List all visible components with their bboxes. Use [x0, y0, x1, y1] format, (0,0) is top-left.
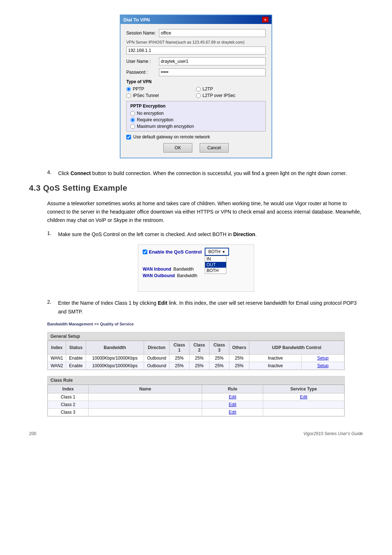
session-name-label: Session Name: [126, 31, 159, 36]
wan-inbound-label: WAN Inbound [143, 267, 171, 272]
table-row: WAN1 Enable 10000Kbps/10000Kbps Outbound… [48, 354, 344, 362]
breadcrumb: Bandwidth Management >> Quality of Servi… [47, 322, 363, 326]
cell-class-name [88, 401, 202, 408]
cell-class-index: Class 2 [48, 401, 89, 408]
cell-service-type[interactable]: Edit [263, 393, 344, 401]
vpn-dialog-title-text: Dial To VPN [123, 17, 150, 23]
step1-container: 1. Make sure the QoS Control on the left… [47, 230, 363, 239]
th-direction: Directon [144, 341, 170, 354]
cell-direction: Outbound [144, 362, 170, 369]
enc-require[interactable]: Require encryption [130, 117, 262, 122]
cell-udp-status: Inactive [249, 354, 302, 362]
default-gateway-checkbox[interactable] [126, 135, 131, 139]
th-class-rule: Rule [202, 385, 263, 393]
default-gateway-label: Use default gateway on remote network [133, 134, 210, 139]
wan-inbound-row: WAN Inbound Bandwidth [143, 267, 249, 272]
vpn-type-pptp[interactable]: PPTP [126, 86, 196, 92]
cell-udp-status: Inactive [249, 362, 302, 369]
cell-setup-link[interactable]: Setup [302, 354, 344, 362]
class-rule-header-row: Index Name Rule Service Type [48, 385, 344, 393]
general-setup-table-section: General Setup Index Status Bandwidth Dir… [47, 332, 345, 370]
cell-class-rule[interactable]: Edit [202, 408, 263, 416]
service-link[interactable]: Edit [300, 394, 307, 400]
class-rule-row: Class 2 Edit [48, 401, 344, 408]
wan-inbound-suffix: Bandwidth [173, 267, 194, 272]
vpn-dialog-body: Session Name: VPN Server IP/HOST Name(su… [121, 24, 271, 158]
ok-button[interactable]: OK [163, 143, 192, 153]
cell-class3: 25% [209, 354, 229, 362]
th-class-name: Name [88, 385, 202, 393]
session-name-row: Session Name: [126, 29, 266, 37]
th-class-service: Service Type [263, 385, 344, 393]
vpn-type-l2tp-ipsec[interactable]: L2TP over IPSec [196, 93, 266, 98]
step2-bold: Edit [158, 300, 167, 306]
wan-outbound-label: WAN Outbound [143, 273, 175, 278]
table-header-row: Index Status Bandwidth Directon Class 1 … [48, 341, 344, 354]
cell-class1: 25% [170, 362, 189, 369]
cell-class-rule[interactable]: Edit [202, 401, 263, 408]
breadcrumb-text: Bandwidth Management >> Quality of Servi… [47, 322, 134, 326]
vpn-type-label: Type of VPN [126, 79, 266, 84]
th-others: Others [229, 341, 249, 354]
encryption-label: PPTP Encryption [130, 104, 262, 109]
enc-max[interactable]: Maximum strength encryption [130, 124, 262, 129]
cell-class-rule[interactable]: Edit [202, 393, 263, 401]
option-out[interactable]: OUT [205, 262, 226, 268]
vpn-type-ipsec[interactable]: IPSec Tunnel [126, 93, 196, 98]
step4-number: 4. [47, 169, 58, 178]
enc-none[interactable]: No encryption [130, 111, 262, 116]
cancel-button[interactable]: Cancel [200, 143, 229, 153]
table-row: WAN2 Enable 10000Kbps/10000Kbps Outbound… [48, 362, 344, 369]
section-heading: 4.3 QoS Setting Example [29, 183, 363, 193]
cell-setup-link[interactable]: Setup [302, 362, 344, 369]
general-setup-title: General Setup [48, 332, 344, 341]
cell-others: 25% [229, 354, 249, 362]
ip-address-input[interactable] [126, 46, 266, 54]
encryption-section: PPTP Encryption No encryption Require en… [126, 101, 266, 131]
password-input[interactable] [159, 68, 266, 76]
enable-qos-checkbox[interactable] [143, 250, 147, 254]
password-row: Password : [126, 68, 266, 76]
cell-wan-index: WAN2 [48, 362, 66, 369]
username-label: User Name : [126, 59, 159, 64]
th-class2: Class 2 [189, 341, 209, 354]
qos-wan-spacer: WAN Inbound Bandwidth WAN Outbound Bandw… [143, 267, 249, 288]
direction-selected: BOTH [208, 249, 220, 254]
direction-dropdown[interactable]: BOTH ▼ [205, 248, 229, 256]
vpn-hint-text: VPN Server IP/HOST Name(such as 123.45.6… [126, 40, 266, 44]
step1-bold: Direction [233, 231, 255, 237]
qos-image-wrapper: Enable the QoS Control BOTH ▼ IN OUT BOT… [29, 244, 363, 292]
cell-class2: 25% [189, 362, 209, 369]
close-button[interactable]: × [262, 17, 269, 23]
th-class-index: Index [48, 385, 89, 393]
class-rule-row: Class 1 Edit Edit [48, 393, 344, 401]
page-footer: 200 Vigor2910 Series User's Guide [29, 431, 363, 436]
th-class3: Class 3 [209, 341, 229, 354]
default-gateway-checkbox-row[interactable]: Use default gateway on remote network [126, 134, 266, 139]
cell-service-type[interactable] [263, 401, 344, 408]
cell-class-index: Class 3 [48, 408, 89, 416]
step4-bold: Connect [70, 170, 91, 176]
cell-service-type[interactable] [263, 408, 344, 416]
option-both[interactable]: BOTH [205, 268, 226, 274]
cell-status: Enable [66, 354, 86, 362]
th-status: Status [66, 341, 86, 354]
vpn-dialog: Dial To VPN × Session Name: VPN Server I… [120, 15, 272, 158]
username-input[interactable] [159, 57, 266, 65]
step1-number: 1. [47, 230, 58, 239]
cell-class2: 25% [189, 354, 209, 362]
footer-guide-title: Vigor2910 Series User's Guide [303, 431, 363, 436]
cell-direction: Outbound [144, 354, 170, 362]
step2-content: Enter the Name of Index Class 1 by click… [58, 299, 363, 316]
step4-line: 4. Click Connect button to build connect… [47, 169, 363, 178]
vpn-type-l2tp[interactable]: L2TP [196, 86, 266, 92]
wan-outbound-suffix: Bandwidth [177, 273, 197, 278]
step1-content: Make sure the QoS Control on the left co… [58, 230, 363, 239]
cell-class-name [88, 408, 202, 416]
cell-class-name [88, 393, 202, 401]
option-in[interactable]: IN [205, 256, 226, 262]
dropdown-arrow-icon: ▼ [222, 250, 225, 254]
session-name-input[interactable] [159, 29, 266, 37]
class-rule-title: Class Rule [48, 376, 344, 385]
dialog-buttons: OK Cancel [126, 143, 266, 153]
